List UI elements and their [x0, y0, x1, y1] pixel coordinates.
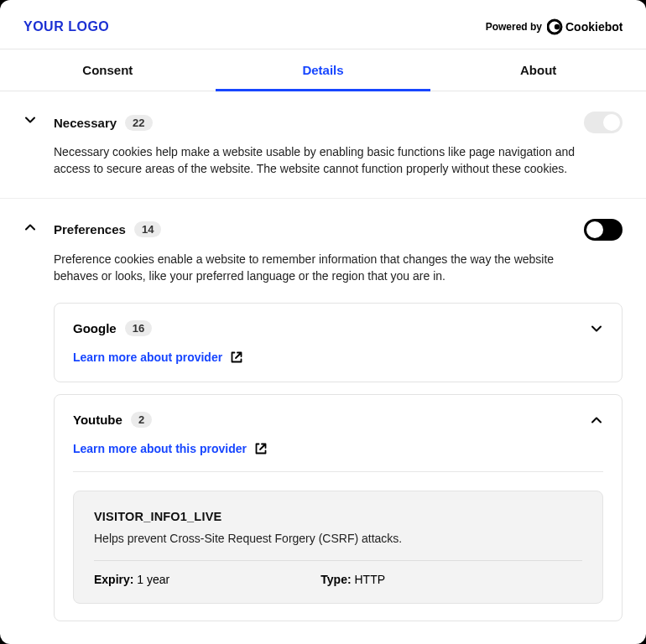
type-label: Type:: [320, 573, 351, 586]
category-description: Preference cookies enable a website to r…: [54, 251, 591, 285]
powered-by-label: Powered by: [486, 21, 542, 33]
category-label: Necessary: [54, 116, 117, 130]
learn-more-link[interactable]: Learn more about provider: [73, 350, 244, 365]
cookie-meta: Expiry: 1 year Type: HTTP: [94, 573, 582, 586]
provider-name: Youtube: [73, 413, 122, 427]
dialog-header: YOUR LOGO Powered by Cookiebot: [0, 0, 646, 49]
divider: [94, 560, 582, 561]
provider-youtube: Youtube 2 Learn more about this provider: [54, 394, 623, 621]
tab-consent[interactable]: Consent: [0, 49, 216, 91]
dialog-content: Necessary 22 Necessary cookies help make…: [0, 91, 646, 644]
category-description: Necessary cookies help make a website us…: [54, 143, 591, 178]
count-badge: 16: [125, 320, 152, 336]
divider: [73, 471, 603, 472]
provider-name: Google: [73, 321, 117, 335]
count-badge: 14: [134, 221, 161, 237]
category-title: Preferences 14: [54, 221, 161, 237]
external-link-icon: [253, 441, 268, 456]
expiry-value: 1 year: [137, 573, 169, 586]
chevron-up-icon[interactable]: [590, 413, 603, 427]
learn-more-label: Learn more about provider: [73, 351, 222, 364]
cookie-detail: VISITOR_INFO1_LIVE Helps prevent Cross-S…: [73, 491, 603, 604]
category-title: Necessary 22: [54, 115, 153, 131]
provider-title: Google 16: [73, 320, 152, 336]
providers-list: Google 16 Learn more about provider: [54, 303, 623, 621]
learn-more-label: Learn more about this provider: [73, 442, 247, 455]
cookie-description: Helps prevent Cross-Site Request Forgery…: [94, 532, 582, 545]
category-label: Preferences: [54, 222, 126, 236]
cookie-dialog: YOUR LOGO Powered by Cookiebot Consent D…: [0, 0, 646, 644]
cookie-name: VISITOR_INFO1_LIVE: [94, 510, 582, 523]
category-necessary: Necessary 22 Necessary cookies help make…: [0, 91, 646, 199]
expiry-label: Expiry:: [94, 573, 133, 586]
svg-point-1: [555, 24, 560, 29]
toggle-preferences[interactable]: [584, 219, 623, 241]
chevron-up-icon[interactable]: [23, 221, 39, 634]
provider-google: Google 16 Learn more about provider: [54, 303, 623, 382]
learn-more-link[interactable]: Learn more about this provider: [73, 441, 268, 456]
type-value: HTTP: [354, 573, 385, 586]
category-preferences: Preferences 14 Preference cookies enable…: [0, 199, 646, 644]
svg-text:Cookiebot: Cookiebot: [565, 20, 623, 34]
count-badge: 2: [131, 412, 152, 428]
powered-by: Powered by Cookiebot: [486, 18, 623, 35]
toggle-necessary: [584, 112, 623, 133]
cookiebot-logo-icon: Cookiebot: [547, 18, 623, 35]
external-link-icon: [229, 350, 244, 365]
count-badge: 22: [125, 115, 152, 131]
chevron-down-icon[interactable]: [23, 113, 39, 178]
provider-title: Youtube 2: [73, 412, 152, 428]
chevron-down-icon[interactable]: [590, 322, 603, 335]
brand-logo: YOUR LOGO: [23, 19, 109, 34]
tab-bar: Consent Details About: [0, 49, 646, 91]
tab-about[interactable]: About: [430, 49, 646, 91]
tab-details[interactable]: Details: [216, 49, 431, 91]
